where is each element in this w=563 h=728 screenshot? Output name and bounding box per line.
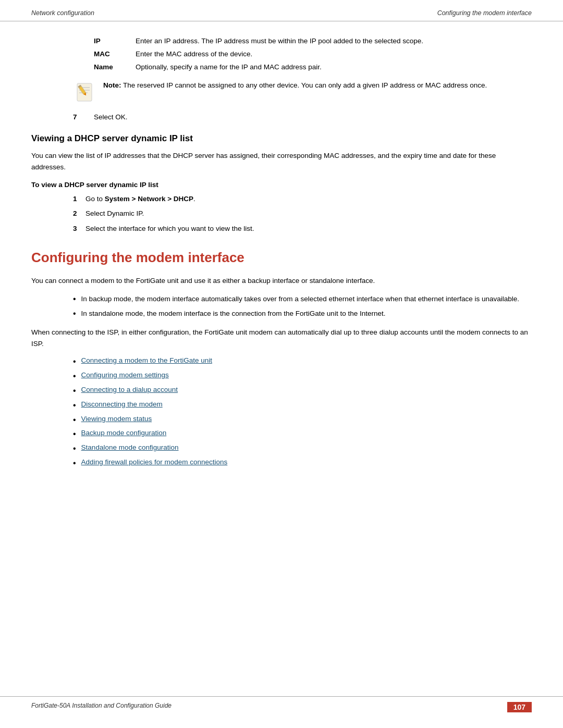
dhcp-section: Viewing a DHCP server dynamic IP list Yo… bbox=[31, 133, 532, 234]
note-content: The reserved IP cannot be assigned to an… bbox=[123, 81, 487, 89]
link-text[interactable]: Backup mode configuration bbox=[81, 429, 167, 437]
link-dot: • bbox=[73, 386, 76, 397]
link-text[interactable]: Connecting a modem to the FortiGate unit bbox=[81, 356, 212, 364]
bullet-dot: • bbox=[73, 309, 76, 319]
dhcp-body: You can view the list of IP addresses th… bbox=[31, 150, 532, 172]
step-text: Select Dynamic IP. bbox=[85, 208, 144, 219]
bullet-text: In backup mode, the modem interface auto… bbox=[81, 294, 532, 304]
modem-link-list: •Connecting a modem to the FortiGate uni… bbox=[73, 356, 532, 468]
link-item[interactable]: •Adding firewall policies for modem conn… bbox=[73, 458, 532, 469]
link-dot: • bbox=[73, 458, 76, 469]
step-7-number: 7 bbox=[73, 113, 83, 121]
bullet-text: In standalone mode, the modem interface … bbox=[81, 309, 532, 319]
link-text[interactable]: Viewing modem status bbox=[81, 415, 152, 423]
note-text: Note: The reserved IP cannot be assigned… bbox=[103, 80, 487, 91]
dhcp-heading: Viewing a DHCP server dynamic IP list bbox=[31, 133, 532, 144]
bullet-item: •In backup mode, the modem interface aut… bbox=[73, 294, 532, 305]
footer-title: FortiGate-50A Installation and Configura… bbox=[31, 702, 172, 712]
dhcp-step-item: 3Select the interface for which you want… bbox=[73, 224, 532, 234]
link-text[interactable]: Disconnecting the modem bbox=[81, 400, 163, 408]
field-label: IP bbox=[94, 37, 136, 45]
note-label: Note: bbox=[103, 81, 121, 89]
link-item[interactable]: •Connecting a modem to the FortiGate uni… bbox=[73, 356, 532, 367]
link-text[interactable]: Standalone mode configuration bbox=[81, 443, 179, 451]
bullet-dot: • bbox=[73, 294, 76, 305]
step-number: 2 bbox=[73, 208, 85, 219]
content-area: IPEnter an IP address. The IP address mu… bbox=[0, 37, 563, 504]
link-text[interactable]: Adding firewall policies for modem conne… bbox=[81, 458, 228, 466]
modem-body2: When connecting to the ISP, in either co… bbox=[31, 327, 532, 349]
bullet-item: •In standalone mode, the modem interface… bbox=[73, 309, 532, 319]
page-number: 107 bbox=[507, 702, 532, 712]
field-desc: Enter the MAC address of the device. bbox=[136, 50, 532, 58]
link-item[interactable]: •Backup mode configuration bbox=[73, 429, 532, 440]
modem-bullet-list: •In backup mode, the modem interface aut… bbox=[73, 294, 532, 320]
modem-section: Configuring the modem interface You can … bbox=[31, 250, 532, 469]
dhcp-steps-list: 1Go to System > Network > DHCP.2Select D… bbox=[73, 194, 532, 234]
header-left: Network configuration bbox=[31, 9, 94, 17]
dhcp-procedure-label: To view a DHCP server dynamic IP list bbox=[31, 181, 532, 189]
step-number: 1 bbox=[73, 194, 85, 204]
step-7-text: Select OK. bbox=[94, 113, 128, 121]
dhcp-step-item: 2Select Dynamic IP. bbox=[73, 208, 532, 219]
link-dot: • bbox=[73, 443, 76, 454]
note-icon bbox=[73, 80, 96, 105]
link-item[interactable]: •Configuring modem settings bbox=[73, 371, 532, 382]
step-text: Go to System > Network > DHCP. bbox=[85, 194, 195, 204]
header-right: Configuring the modem interface bbox=[437, 9, 532, 17]
step-text: Select the interface for which you want … bbox=[85, 224, 254, 234]
field-desc: Optionally, specify a name for the IP an… bbox=[136, 63, 532, 71]
link-item[interactable]: •Connecting to a dialup account bbox=[73, 386, 532, 397]
modem-intro: You can connect a modem to the FortiGate… bbox=[31, 275, 532, 287]
page-container: Network configuration Configuring the mo… bbox=[0, 0, 563, 728]
link-dot: • bbox=[73, 356, 76, 367]
field-row: MACEnter the MAC address of the device. bbox=[94, 50, 532, 58]
link-item[interactable]: •Standalone mode configuration bbox=[73, 443, 532, 454]
field-table: IPEnter an IP address. The IP address mu… bbox=[94, 37, 532, 71]
dhcp-step-item: 1Go to System > Network > DHCP. bbox=[73, 194, 532, 204]
link-dot: • bbox=[73, 371, 76, 382]
page-header: Network configuration Configuring the mo… bbox=[0, 0, 563, 21]
link-item[interactable]: •Disconnecting the modem bbox=[73, 400, 532, 411]
field-row: IPEnter an IP address. The IP address mu… bbox=[94, 37, 532, 45]
note-box: Note: The reserved IP cannot be assigned… bbox=[73, 80, 532, 105]
link-text[interactable]: Connecting to a dialup account bbox=[81, 386, 178, 393]
field-desc: Enter an IP address. The IP address must… bbox=[136, 37, 532, 45]
field-label: MAC bbox=[94, 50, 136, 58]
link-text[interactable]: Configuring modem settings bbox=[81, 371, 169, 379]
page-footer: FortiGate-50A Installation and Configura… bbox=[0, 696, 563, 718]
link-dot: • bbox=[73, 415, 76, 426]
link-item[interactable]: •Viewing modem status bbox=[73, 415, 532, 426]
link-dot: • bbox=[73, 429, 76, 440]
link-dot: • bbox=[73, 400, 76, 411]
step-number: 3 bbox=[73, 224, 85, 234]
step-7-row: 7 Select OK. bbox=[73, 113, 532, 121]
field-label: Name bbox=[94, 63, 136, 71]
modem-heading: Configuring the modem interface bbox=[31, 250, 532, 266]
field-row: NameOptionally, specify a name for the I… bbox=[94, 63, 532, 71]
